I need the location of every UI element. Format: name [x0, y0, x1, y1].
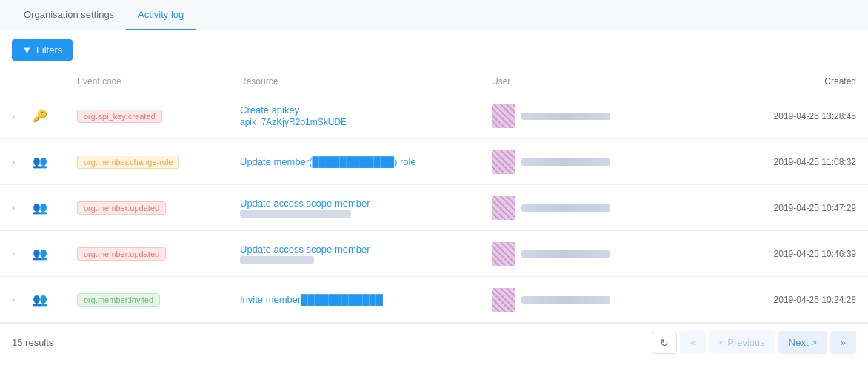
user-name-blur-3 — [521, 204, 610, 212]
avatar-5 — [492, 288, 515, 312]
tab-org-settings[interactable]: Organisation settings — [12, 0, 126, 30]
user-name-blur-2 — [521, 158, 610, 166]
activity-table: Event code Resource User Created › 🔑 org… — [0, 70, 868, 323]
table-row: › 👥 org.member:change-role Update member… — [0, 139, 868, 185]
user-name-blur-5 — [521, 296, 610, 304]
row-badge-1: org.api_key:created — [77, 110, 240, 123]
user-name-blur-4 — [521, 250, 610, 258]
footer: 15 results ↻ « < Previous Next > » — [0, 323, 868, 361]
row-expand-3[interactable]: › — [12, 203, 33, 213]
avatar-3 — [492, 196, 515, 220]
row-icon-3: 👥 — [33, 201, 77, 215]
tab-bar: Organisation settings Activity log — [0, 0, 868, 30]
row-resource-1: Create apikey apik_7AzKjyR2o1mSkUDE — [240, 104, 492, 127]
header-user: User — [492, 76, 655, 87]
header-resource: Resource — [240, 76, 492, 87]
toolbar: ▼ Filters — [0, 30, 868, 70]
table-row: › 👥 org.member:updated Update access sco… — [0, 231, 868, 277]
table-header: Event code Resource User Created — [0, 70, 868, 93]
header-expand — [12, 76, 33, 87]
resource-link-2[interactable]: Update member(████████████) role — [240, 156, 492, 167]
row-resource-3: Update access scope member — [240, 198, 492, 218]
row-badge-5: org.member:invited — [77, 293, 240, 307]
row-created-1: 2019-04-25 13:28:45 — [655, 111, 856, 121]
row-icon-5: 👥 — [33, 293, 77, 307]
avatar-2 — [492, 150, 515, 174]
row-user-2 — [492, 150, 655, 174]
row-icon-1: 🔑 — [33, 109, 77, 123]
row-badge-3: org.member:updated — [77, 201, 240, 215]
avatar-1 — [492, 104, 515, 128]
resource-link-3[interactable]: Update access scope member — [240, 198, 492, 209]
row-created-2: 2019-04-25 11:08:32 — [655, 157, 856, 167]
row-badge-2: org.member:change-role — [77, 156, 240, 169]
header-icon — [33, 76, 77, 87]
first-page-button[interactable]: « — [680, 331, 706, 354]
row-resource-4: Update access scope member — [240, 244, 492, 264]
table-row: › 👥 org.member:updated Update access sco… — [0, 185, 868, 231]
row-created-5: 2019-04-25 10:24:28 — [655, 295, 856, 305]
row-created-3: 2019-04-25 10:47:29 — [655, 203, 856, 213]
filter-icon: ▼ — [22, 44, 32, 56]
row-user-4 — [492, 242, 655, 266]
pagination: ↻ « < Previous Next > » — [652, 331, 856, 354]
row-expand-4[interactable]: › — [12, 249, 33, 259]
row-resource-5: Invite member████████████ — [240, 294, 492, 305]
row-user-5 — [492, 288, 655, 312]
user-name-blur-1 — [521, 113, 610, 120]
row-expand-1[interactable]: › — [12, 111, 33, 121]
resource-link-5[interactable]: Invite member████████████ — [240, 294, 492, 305]
results-count: 15 results — [12, 337, 53, 348]
next-page-button[interactable]: Next > — [778, 331, 827, 354]
refresh-button[interactable]: ↻ — [652, 332, 677, 354]
table-row: › 🔑 org.api_key:created Create apikey ap… — [0, 93, 868, 139]
row-user-3 — [492, 196, 655, 220]
table-row: › 👥 org.member:invited Invite member████… — [0, 277, 868, 323]
row-expand-2[interactable]: › — [12, 157, 33, 167]
tab-activity-log[interactable]: Activity log — [126, 0, 196, 30]
row-icon-2: 👥 — [33, 155, 77, 169]
avatar-4 — [492, 242, 515, 266]
resource-link-1[interactable]: Create apikey — [240, 104, 492, 116]
prev-page-button[interactable]: < Previous — [709, 331, 775, 354]
row-badge-4: org.member:updated — [77, 247, 240, 261]
header-created: Created — [655, 76, 856, 87]
last-page-button[interactable]: » — [830, 331, 856, 354]
row-user-1 — [492, 104, 655, 128]
resource-link-4[interactable]: Update access scope member — [240, 244, 492, 255]
row-resource-2: Update member(████████████) role — [240, 156, 492, 167]
header-event-code: Event code — [77, 76, 240, 87]
row-created-4: 2019-04-25 10:46:39 — [655, 249, 856, 259]
filters-button[interactable]: ▼ Filters — [12, 39, 73, 61]
row-icon-4: 👥 — [33, 247, 77, 261]
row-expand-5[interactable]: › — [12, 295, 33, 305]
